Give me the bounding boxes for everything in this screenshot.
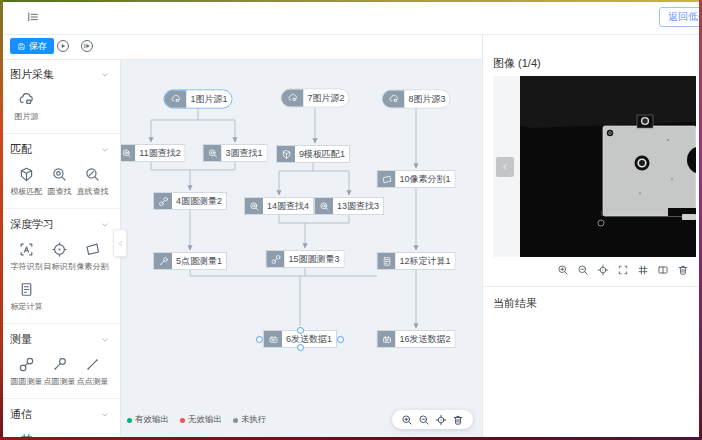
calibration-icon <box>377 253 395 269</box>
node-label: 8图片源3 <box>404 91 449 108</box>
tool-line-find[interactable]: 直线查找 <box>76 166 109 197</box>
step-run-icon[interactable] <box>80 39 94 53</box>
chevron-down-icon <box>100 335 110 345</box>
flow-node-4[interactable]: 4圆圆测量2 <box>153 192 227 210</box>
send-data-icon <box>264 331 282 347</box>
sidebar-section-header[interactable]: 图片采集 <box>10 67 110 82</box>
legend-label: 未执行 <box>241 414 267 426</box>
sidebar-section-header[interactable]: 匹配 <box>10 142 110 157</box>
circle-find-icon <box>51 166 68 183</box>
cloud-image-icon <box>281 90 303 107</box>
tool-point-circle-measure[interactable]: 点圆测量 <box>43 356 76 387</box>
flow-node-6[interactable]: 6发送数据1 <box>263 330 337 348</box>
circle-circle-measure-icon <box>154 193 172 209</box>
node-label: 9模板匹配1 <box>295 146 349 162</box>
compare-icon[interactable] <box>657 264 669 276</box>
zoom-out-icon[interactable] <box>418 414 430 426</box>
sidebar-section: 图片采集图片源 <box>0 59 120 134</box>
legend-label: 无效输出 <box>188 414 222 426</box>
tool-send-data[interactable] <box>10 431 43 440</box>
sidebar-collapse-handle[interactable] <box>113 229 127 257</box>
locate-icon[interactable] <box>597 264 609 276</box>
tool-pixel-segmentation[interactable]: 像素分割 <box>76 241 109 272</box>
zoom-in-icon[interactable] <box>557 264 569 276</box>
flow-node-7[interactable]: 7图片源2 <box>280 89 349 108</box>
tool-calibration[interactable]: 标定计算 <box>10 281 43 312</box>
circle-find-icon <box>315 198 333 214</box>
flow-node-5[interactable]: 5点圆测量1 <box>153 252 227 270</box>
chevron-left-icon <box>500 162 510 172</box>
previous-image-button[interactable] <box>496 157 514 177</box>
tool-template-match[interactable]: 模板匹配 <box>10 166 43 197</box>
circle-circle-measure-icon <box>266 251 284 267</box>
tool-sidebar: 图片采集图片源匹配模板匹配圆查找直线查找深度学习字符识别目标识别像素分割标定计算… <box>0 59 121 440</box>
sidebar-section: 测量圆圆测量点圆测量点点测量 <box>0 324 120 399</box>
node-label: 5点圆测量1 <box>172 253 226 269</box>
save-button[interactable]: 保存 <box>10 38 54 54</box>
sidebar-section-header[interactable]: 测量 <box>10 332 110 347</box>
tool-label: 标定计算 <box>11 301 43 312</box>
trash-icon[interactable] <box>452 414 464 426</box>
node-label: 3圆查找1 <box>221 145 266 161</box>
legend-label: 有效输出 <box>135 414 169 426</box>
node-handle-bottom[interactable] <box>297 344 304 351</box>
tool-cloud-image[interactable]: 图片源 <box>10 91 43 122</box>
flow-node-15[interactable]: 15圆圆测量3 <box>265 250 344 268</box>
grid-icon[interactable] <box>637 264 649 276</box>
sidebar-section: 匹配模板匹配圆查找直线查找 <box>0 134 120 209</box>
flow-node-1[interactable]: 1图片源1 <box>163 90 232 109</box>
zoom-out-icon[interactable] <box>577 264 589 276</box>
node-handle-top[interactable] <box>297 327 304 334</box>
tool-label: 点圆测量 <box>44 376 76 387</box>
tool-target-recognition[interactable]: 目标识别 <box>43 241 76 272</box>
flow-node-12[interactable]: 12标定计算1 <box>376 252 455 270</box>
circle-circle-measure-icon <box>18 356 35 373</box>
node-handle-left[interactable] <box>256 336 263 343</box>
panel-divider <box>483 286 702 287</box>
flow-node-8[interactable]: 8图片源3 <box>381 90 450 109</box>
calibration-icon <box>18 281 35 298</box>
fullscreen-icon[interactable] <box>617 264 629 276</box>
flow-node-16[interactable]: 16发送数据2 <box>376 330 455 348</box>
node-handle-right[interactable] <box>337 336 344 343</box>
node-label: 12标定计算1 <box>395 253 454 269</box>
flow-node-10[interactable]: 10像素分割1 <box>376 170 455 188</box>
sidebar-section-header[interactable]: 深度学习 <box>10 217 110 232</box>
section-items: 字符识别目标识别像素分割标定计算 <box>10 241 110 321</box>
trash-icon[interactable] <box>677 264 689 276</box>
tool-label: 圆圆测量 <box>11 376 43 387</box>
node-label: 14圆查找4 <box>263 198 313 214</box>
tool-circle-circle-measure[interactable]: 圆圆测量 <box>10 356 43 387</box>
point-point-measure-icon <box>84 356 101 373</box>
line-find-icon <box>84 166 101 183</box>
pixel-segmentation-icon <box>377 171 395 187</box>
flow-toolbar: 保存 <box>0 34 482 60</box>
run-icon[interactable] <box>56 39 70 53</box>
flow-node-14[interactable]: 14圆查找4 <box>244 197 314 215</box>
chevron-left-icon <box>116 239 125 248</box>
tool-circle-find[interactable]: 圆查找 <box>43 166 76 197</box>
back-to-lowcode-button[interactable]: 返回低代码 <box>659 7 702 27</box>
node-label: 1图片源1 <box>186 91 231 108</box>
locate-icon[interactable] <box>435 414 447 426</box>
zoom-in-icon[interactable] <box>401 414 413 426</box>
flow-node-11[interactable]: 11圆查找2 <box>116 144 185 162</box>
flow-node-13[interactable]: 13圆查找3 <box>314 197 384 215</box>
circle-find-icon <box>203 145 221 161</box>
flow-node-3[interactable]: 3圆查找1 <box>202 144 267 162</box>
node-label: 4圆圆测量2 <box>172 193 226 209</box>
tool-char-recognition[interactable]: 字符识别 <box>10 241 43 272</box>
flow-node-9[interactable]: 9模板匹配1 <box>276 145 350 163</box>
tool-label: 目标识别 <box>44 261 76 272</box>
tool-point-point-measure[interactable]: 点点测量 <box>76 356 109 387</box>
save-icon <box>17 42 26 51</box>
chevron-down-icon <box>100 410 110 420</box>
hamburger-menu-icon[interactable] <box>26 10 40 24</box>
legend-dot <box>180 418 185 423</box>
sidebar-section-header[interactable]: 通信 <box>10 407 110 422</box>
current-result-title: 当前结果 <box>493 296 537 311</box>
image-viewer[interactable] <box>493 76 696 257</box>
section-title: 深度学习 <box>10 217 54 232</box>
char-recognition-icon <box>18 241 35 258</box>
node-label: 13圆查找3 <box>333 198 383 214</box>
